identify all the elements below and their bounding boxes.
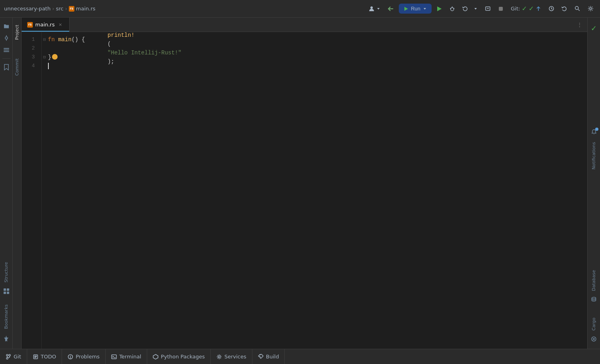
bottom-tab-python-packages-label: Python Packages [161,354,205,360]
git-label: Git: [511,6,520,12]
profile-button[interactable] [366,4,383,14]
sidebar-item-project[interactable] [1,21,12,31]
bottom-tab-problems[interactable]: Problems [62,349,106,364]
bottom-tab-build-label: Build [266,354,279,360]
svg-point-4 [451,8,454,11]
breadcrumb-project[interactable]: unnecessary-path [4,6,50,12]
git-push-icon[interactable] [536,6,541,12]
bottom-tab-terminal[interactable]: Terminal [106,349,147,364]
svg-line-14 [578,10,580,11]
search-button[interactable] [572,4,583,13]
build-icon [258,354,264,360]
tab-main-rs[interactable]: rs main.rs × [22,18,70,32]
sidebar-divider-1 [2,58,10,59]
sidebar-label-commit[interactable]: Commit [14,55,20,79]
sidebar-item-structure[interactable] [1,45,12,55]
reload-dropdown-button[interactable] [473,5,480,12]
sidebar-label-database[interactable]: Database [591,267,596,294]
bottom-tab-git[interactable]: Git [0,349,27,364]
svg-marker-3 [437,6,442,11]
reload-icon [462,6,468,12]
run-label: Run [411,6,420,12]
svg-point-27 [592,297,596,299]
tab-rs-icon: rs [27,22,33,28]
undo-button[interactable] [559,4,570,13]
git-section: Git: ✓ ✓ [508,5,544,12]
bottom-tab-todo[interactable]: TODO [27,349,62,364]
debug-button[interactable] [447,4,458,13]
run-icon [404,6,408,11]
code-editor[interactable]: ▶ 1 2 3 4 ⊟ fn main () { [22,32,587,349]
bottom-tab-services-label: Services [224,354,246,360]
bottom-tab-services[interactable]: Services [211,349,252,364]
line-num-3: 3 [22,53,37,62]
svg-rect-22 [4,288,6,291]
notifications-button[interactable] [589,127,599,137]
stop-icon [498,6,504,12]
svg-rect-10 [499,7,503,11]
todo-icon [33,354,38,360]
breadcrumb-file[interactable]: rs main.rs [69,6,96,12]
tab-close-button[interactable]: × [57,22,64,28]
git-branch-icon [6,354,11,360]
svg-point-16 [5,37,8,39]
play-button[interactable] [434,4,444,13]
svg-point-13 [575,6,578,10]
svg-rect-23 [7,288,9,291]
code-line-4 [48,62,587,70]
code-content[interactable]: ⊟ fn main () { println! ( "Hello Intelli… [42,32,587,349]
sidebar-layout-icon[interactable] [1,286,12,296]
database-button[interactable] [589,294,599,305]
right-sidebar: ✓ Notifications Database Cargo [587,18,600,349]
code-line-2: println! ( "Hello Intellij-Rust!" ); [48,44,587,53]
git-check-icon[interactable]: ✓ [522,5,527,12]
stop-button[interactable] [496,4,506,13]
fold-btn-3[interactable]: ⊟ [43,53,46,62]
bottom-tab-build[interactable]: Build [252,349,285,364]
fold-btn-1[interactable]: ⊟ [43,35,46,44]
cargo-button[interactable] [589,334,599,344]
coverage-button[interactable] [482,4,493,13]
database-icon [591,296,597,302]
sidebar-item-commit[interactable] [1,33,12,43]
reload-button[interactable] [460,4,470,13]
bottom-tab-python-packages[interactable]: Python Packages [147,349,211,364]
editor-container: rs main.rs × ⋮ ▶ 1 2 3 4 [22,18,587,349]
breadcrumb-sep-2: › [65,6,67,12]
svg-rect-19 [4,48,9,49]
rs-file-icon: rs [69,6,74,12]
bottom-tab-terminal-label: Terminal [119,354,141,360]
svg-rect-25 [7,292,9,294]
git-check2-icon[interactable]: ✓ [529,5,534,12]
sidebar-pin-icon[interactable] [1,334,12,344]
breadcrumb-src[interactable]: src [56,6,64,12]
bottom-tab-todo-label: TODO [41,354,56,360]
lightbulb-icon[interactable] [52,54,58,60]
bottom-tab-git-label: Git [14,354,21,360]
sidebar-label-project[interactable]: Project [14,22,20,43]
svg-rect-21 [4,51,9,52]
line-num-1: ▶ 1 [22,35,37,44]
tab-bar-right: ⋮ [575,18,587,32]
settings-icon [588,6,594,12]
sidebar-label-cargo[interactable]: Cargo [591,314,596,334]
tab-more-button[interactable]: ⋮ [575,20,584,30]
bookmark-icon [4,64,9,70]
history-button[interactable] [546,4,557,13]
run-button[interactable]: Run [399,4,432,14]
macro-println: println! [108,32,134,38]
settings-button[interactable] [585,4,596,13]
sidebar-label-structure[interactable]: Structure [4,259,9,286]
folder-icon [3,23,10,29]
sidebar-item-bookmarks[interactable] [1,62,12,72]
punct-2: ( [108,41,111,47]
breadcrumb-sep-1: › [52,6,54,12]
undo-icon [562,6,567,12]
history-icon [548,6,554,12]
sidebar-label-bookmarks[interactable]: Bookmarks [4,301,9,332]
left-sidebar: Structure Bookmarks [0,18,13,349]
pin-icon [4,336,9,342]
back-button[interactable] [385,4,396,13]
svg-point-31 [9,354,10,356]
sidebar-label-notifications[interactable]: Notifications [591,139,596,173]
